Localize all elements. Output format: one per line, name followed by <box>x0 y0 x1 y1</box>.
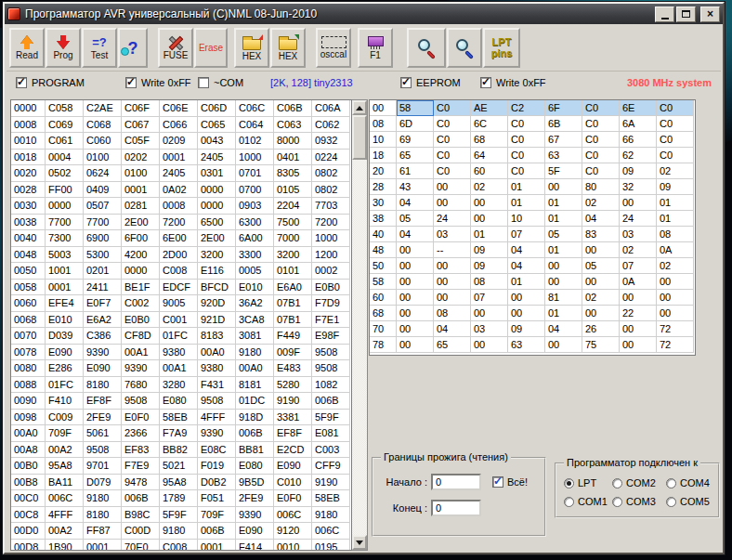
help-button[interactable]: ? <box>118 28 148 68</box>
flash-cell[interactable]: C067 <box>122 117 160 134</box>
eeprom-cell[interactable]: C0 <box>434 100 471 116</box>
eeprom-cell[interactable]: C0 <box>508 163 545 179</box>
flash-cell[interactable]: 8183 <box>198 328 236 345</box>
flash-cell[interactable]: 7500 <box>274 215 312 231</box>
flash-cell[interactable]: C06F <box>122 100 160 117</box>
flash-cell[interactable]: 3081 <box>236 328 274 345</box>
flash-cell[interactable]: C06D <box>198 100 236 117</box>
flash-cell[interactable]: E090 <box>84 360 122 377</box>
prog-button[interactable]: Prog <box>46 28 81 68</box>
eeprom-cell[interactable]: 09 <box>620 163 657 179</box>
flash-cell[interactable]: 5021 <box>160 458 198 475</box>
flash-cell[interactable]: 1000 <box>312 230 350 247</box>
eeprom-cell[interactable]: 00 <box>397 306 434 321</box>
flash-cell[interactable]: 01FC <box>160 328 198 345</box>
flash-cell[interactable]: 2405 <box>198 150 236 166</box>
flash-cell[interactable]: 1000 <box>236 150 274 166</box>
flash-cell[interactable]: 0502 <box>46 165 84 182</box>
flash-cell[interactable]: 6E00 <box>160 230 198 247</box>
flash-cell[interactable]: 5061 <box>84 425 122 442</box>
eeprom-cell[interactable]: 0A <box>657 242 694 258</box>
eeprom-cell[interactable]: 00 <box>545 179 582 195</box>
flash-cell[interactable]: 0101 <box>274 263 312 280</box>
flash-cell[interactable]: 709F <box>46 425 84 442</box>
flash-cell[interactable]: 00A1 <box>122 345 160 361</box>
flash-cell[interactable]: 0010 <box>274 540 312 552</box>
eeprom-cell[interactable]: 68 <box>471 132 508 148</box>
flash-cell[interactable]: E286 <box>46 360 84 377</box>
inspect2-button[interactable] <box>447 28 482 68</box>
flash-cell[interactable]: 9180 <box>84 490 122 507</box>
flash-cell[interactable]: 9508 <box>198 393 236 410</box>
flash-cell[interactable]: 7200 <box>160 215 198 231</box>
flash-cell[interactable]: E080 <box>236 458 274 475</box>
flash-cell[interactable]: 3CA8 <box>236 312 274 329</box>
flash-cell[interactable]: E090 <box>46 345 84 361</box>
eeprom-cell[interactable]: 6F <box>545 100 582 116</box>
flash-cell[interactable]: 7703 <box>312 198 350 215</box>
osccal-button[interactable]: osccal <box>316 28 351 68</box>
eeprom-cell[interactable]: 09 <box>508 321 545 337</box>
eeprom-cell[interactable]: 69 <box>397 132 434 148</box>
flash-cell[interactable]: 9180 <box>236 345 274 361</box>
flash-cell[interactable]: 4FFF <box>46 507 84 524</box>
eeprom-cell[interactable]: 00 <box>434 179 471 195</box>
flash-cell[interactable]: BA11 <box>46 475 84 491</box>
flash-cell[interactable]: C06E <box>160 100 198 117</box>
eeprom-cell[interactable]: AE <box>471 100 508 116</box>
flash-cell[interactable]: 006C <box>274 507 312 524</box>
flash-cell[interactable]: 0005 <box>236 263 274 280</box>
flash-cell[interactable]: 01DC <box>236 393 274 410</box>
flash-cell[interactable]: 95A8 <box>46 458 84 475</box>
flash-cell[interactable]: 00A0 <box>198 345 236 361</box>
flash-cell[interactable]: 7300 <box>46 230 84 247</box>
flash-cell[interactable]: 0000 <box>198 182 236 199</box>
flash-cell[interactable]: EFE4 <box>46 295 84 312</box>
radio-com2[interactable]: COM2 <box>612 474 666 492</box>
eeprom-cell[interactable]: 5F <box>545 163 582 179</box>
flash-cell[interactable]: D039 <box>46 328 84 345</box>
maximize-button[interactable] <box>676 7 696 22</box>
flash-cell[interactable]: 0195 <box>312 540 350 552</box>
eeprom-cell[interactable]: 00 <box>508 306 545 321</box>
eeprom-cell[interactable]: 05 <box>582 258 620 274</box>
eeprom-cell[interactable]: 09 <box>471 258 508 274</box>
flash-cell[interactable]: 01FC <box>46 377 84 394</box>
flash-cell[interactable]: 58EB <box>312 490 350 507</box>
eeprom-cell[interactable]: 02 <box>582 195 620 211</box>
eeprom-cell[interactable]: 67 <box>545 132 582 148</box>
flash-cell[interactable]: 0701 <box>236 165 274 182</box>
eeprom-cell[interactable]: 00 <box>582 274 620 290</box>
flash-cell[interactable]: E010 <box>46 312 84 329</box>
flash-cell[interactable]: C003 <box>312 442 350 459</box>
flash-cell[interactable]: 009F <box>274 345 312 361</box>
eeprom-cell[interactable]: 61 <box>397 163 434 179</box>
flash-cell[interactable]: E090 <box>236 523 274 540</box>
eeprom-cell[interactable]: 00 <box>471 306 508 321</box>
flash-cell[interactable]: 0102 <box>236 133 274 150</box>
flash-cell[interactable]: C06B <box>274 100 312 117</box>
eeprom-cell[interactable]: 02 <box>620 242 657 258</box>
flash-cell[interactable]: 0624 <box>84 165 122 182</box>
flash-cell[interactable]: 95A8 <box>160 475 198 491</box>
flash-cell[interactable]: 0100 <box>84 150 122 166</box>
flash-cell[interactable]: 7700 <box>84 215 122 231</box>
flash-cell[interactable]: C062 <box>312 117 350 134</box>
eeprom-cell[interactable]: 00 <box>620 321 657 337</box>
eeprom-cell[interactable]: -- <box>434 242 471 258</box>
flash-cell[interactable]: 2E00 <box>198 230 236 247</box>
flash-cell[interactable]: 2D00 <box>160 247 198 264</box>
flash-cell[interactable]: 9701 <box>84 458 122 475</box>
flash-cell[interactable]: 9508 <box>122 393 160 410</box>
eeprom-cell[interactable]: C0 <box>434 163 471 179</box>
flash-cell[interactable]: 918D <box>236 410 274 426</box>
eeprom-cell[interactable]: 04 <box>434 321 471 337</box>
eeprom-cell[interactable]: 00 <box>434 274 471 290</box>
inspect-button[interactable] <box>407 28 446 68</box>
eeprom-cell[interactable]: 24 <box>434 211 471 227</box>
flash-cell[interactable]: 9120 <box>274 523 312 540</box>
eeprom-cell[interactable]: 0A <box>620 274 657 290</box>
radio-com5[interactable]: COM5 <box>666 492 718 511</box>
flash-cell[interactable]: F019 <box>198 458 236 475</box>
flash-cell[interactable]: C066 <box>160 117 198 134</box>
